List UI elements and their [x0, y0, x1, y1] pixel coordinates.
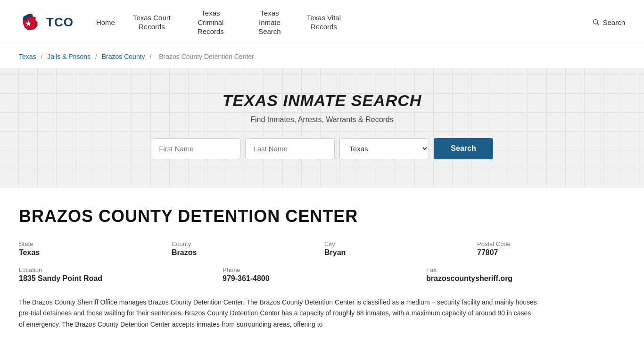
facility-main: BRAZOS COUNTY DETENTION CENTER State Tex… [0, 188, 644, 340]
county-cell: County Brazos [172, 240, 320, 257]
city-value: Bryan [324, 248, 472, 257]
hero-title: TEXAS INMATE SEARCH [9, 91, 635, 110]
logo-text: TCO [46, 15, 74, 30]
breadcrumb-sep3: / [149, 53, 153, 60]
breadcrumb-texas[interactable]: Texas [19, 53, 36, 60]
breadcrumb: Texas / Jails & Prisons / Brazos County … [0, 45, 644, 68]
breadcrumb-current: Brazos County Detention Center [159, 53, 254, 60]
main-nav: Home Texas Court Records Texas Criminal … [88, 6, 625, 39]
postal-cell: Postal Code 77807 [477, 240, 625, 257]
search-icon [592, 18, 600, 26]
facility-info-grid: State Texas County Brazos City Bryan Pos… [19, 240, 625, 257]
state-select[interactable]: Texas Alabama Alaska Arizona [339, 138, 429, 159]
location-cell: Location 1835 Sandy Point Road [19, 266, 218, 283]
nav-criminal-records[interactable]: Texas Criminal Records [180, 6, 241, 39]
breadcrumb-county[interactable]: Brazos County [102, 53, 145, 60]
phone-label: Phone [223, 266, 421, 273]
hero-section: TEXAS INMATE SEARCH Find Inmates, Arrest… [0, 68, 644, 188]
fax-cell: Fax brazoscountysheriff.org [426, 266, 625, 283]
city-label: City [324, 240, 472, 247]
city-cell: City Bryan [324, 240, 472, 257]
last-name-input[interactable] [245, 138, 335, 159]
breadcrumb-sep1: / [41, 53, 44, 60]
nav-vital-records[interactable]: Texas Vital Records [298, 10, 350, 34]
fax-label: Fax [426, 266, 625, 273]
state-label: State [19, 240, 167, 247]
location-label: Location [19, 266, 218, 273]
logo-icon [19, 10, 43, 34]
nav-court-records[interactable]: Texas Court Records [124, 10, 180, 34]
inmate-search-form: Texas Alabama Alaska Arizona Search [9, 138, 635, 159]
fax-value: brazoscountysheriff.org [426, 274, 625, 283]
county-value: Brazos [172, 248, 320, 257]
search-button[interactable]: Search [434, 138, 493, 159]
first-name-input[interactable] [151, 138, 240, 159]
county-label: County [172, 240, 320, 247]
location-value: 1835 Sandy Point Road [19, 274, 218, 283]
phone-cell: Phone 979-361-4800 [223, 266, 421, 283]
header-search-label: Search [603, 18, 625, 26]
logo-link[interactable]: TCO [19, 10, 74, 34]
postal-label: Postal Code [477, 240, 625, 247]
header-search[interactable]: Search [592, 18, 625, 26]
facility-info-grid-2: Location 1835 Sandy Point Road Phone 979… [19, 266, 625, 283]
svg-line-4 [597, 24, 599, 25]
phone-value: 979-361-4800 [223, 274, 421, 283]
breadcrumb-jails[interactable]: Jails & Prisons [47, 53, 91, 60]
nav-inmate-search[interactable]: Texas Inmate Search [241, 6, 298, 39]
facility-description: The Brazos County Sherriff Office manage… [19, 297, 537, 330]
site-header: TCO Home Texas Court Records Texas Crimi… [0, 0, 644, 45]
facility-title: BRAZOS COUNTY DETENTION CENTER [19, 206, 625, 226]
nav-home[interactable]: Home [88, 15, 124, 30]
state-cell: State Texas [19, 240, 167, 257]
postal-value: 77807 [477, 248, 625, 257]
state-value: Texas [19, 248, 167, 257]
hero-subtitle: Find Inmates, Arrests, Warrants & Record… [9, 115, 635, 124]
svg-point-3 [594, 20, 598, 24]
breadcrumb-sep2: / [95, 53, 99, 60]
